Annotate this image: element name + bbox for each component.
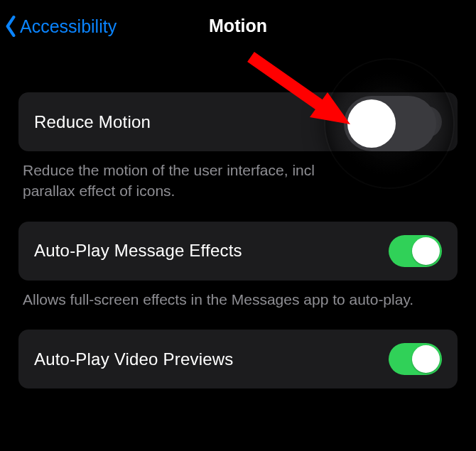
setting-group-autoplay-video-previews: Auto-Play Video Previews	[18, 330, 458, 388]
toggle-autoplay-video-previews[interactable]	[389, 343, 442, 375]
toggle-knob	[412, 237, 440, 265]
page-title: Motion	[209, 16, 267, 36]
chevron-left-icon	[3, 16, 18, 37]
setting-label: Reduce Motion	[34, 112, 151, 132]
setting-row-autoplay-message-effects: Auto-Play Message Effects	[18, 222, 458, 281]
nav-header: Accessibility Motion	[0, 0, 476, 43]
setting-group-reduce-motion: Reduce Motion Reduce the motion of the u…	[18, 92, 458, 202]
setting-group-autoplay-message-effects: Auto-Play Message Effects Allows full-sc…	[18, 222, 458, 310]
toggle-knob	[391, 108, 418, 136]
back-label: Accessibility	[20, 16, 117, 37]
setting-row-autoplay-video-previews: Auto-Play Video Previews	[18, 330, 458, 388]
setting-description: Allows full-screen effects in the Messag…	[18, 281, 458, 310]
setting-row-reduce-motion: Reduce Motion	[18, 92, 458, 151]
toggle-reduce-motion[interactable]	[389, 106, 442, 138]
toggle-autoplay-message-effects[interactable]	[389, 235, 442, 267]
setting-label: Auto-Play Video Previews	[34, 349, 234, 369]
setting-label: Auto-Play Message Effects	[34, 241, 242, 261]
desc-line: parallax effect of icons.	[23, 183, 175, 199]
setting-description: Reduce the motion of the user interface,…	[18, 151, 458, 202]
back-button[interactable]: Accessibility	[3, 16, 117, 37]
desc-line: Reduce the motion of the user interface,…	[23, 162, 315, 178]
toggle-knob	[412, 345, 440, 373]
